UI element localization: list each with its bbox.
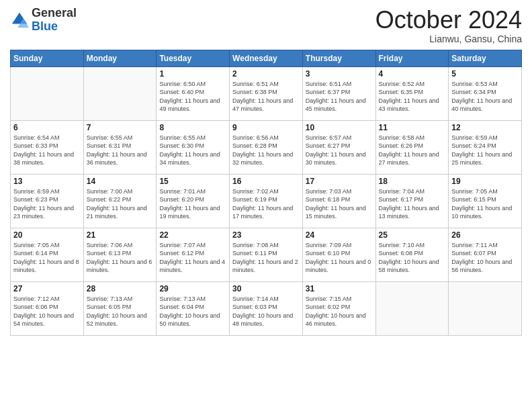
calendar-cell: 16Sunrise: 7:02 AM Sunset: 6:19 PM Dayli…: [230, 174, 303, 228]
calendar-cell: [375, 281, 449, 335]
calendar-cell: [11, 66, 84, 120]
day-number: 20: [13, 230, 81, 240]
day-info: Sunrise: 6:59 AM Sunset: 6:24 PM Dayligh…: [451, 134, 519, 167]
day-info: Sunrise: 7:10 AM Sunset: 6:08 PM Dayligh…: [379, 241, 446, 275]
calendar-cell: 7Sunrise: 6:55 AM Sunset: 6:31 PM Daylig…: [83, 120, 157, 174]
day-number: 11: [379, 123, 446, 132]
day-number: 21: [87, 230, 154, 240]
day-number: 8: [159, 123, 226, 132]
calendar-cell: 23Sunrise: 7:08 AM Sunset: 6:11 PM Dayli…: [230, 228, 303, 281]
day-number: 7: [87, 123, 154, 132]
day-info: Sunrise: 6:55 AM Sunset: 6:31 PM Dayligh…: [87, 134, 154, 167]
day-info: Sunrise: 7:12 AM Sunset: 6:06 PM Dayligh…: [13, 295, 81, 328]
calendar-cell: 17Sunrise: 7:03 AM Sunset: 6:18 PM Dayli…: [302, 174, 375, 228]
day-number: 23: [232, 230, 300, 240]
calendar-cell: 26Sunrise: 7:11 AM Sunset: 6:07 PM Dayli…: [449, 228, 522, 281]
calendar-table: SundayMondayTuesdayWednesdayThursdayFrid…: [10, 50, 522, 336]
calendar-cell: 6Sunrise: 6:54 AM Sunset: 6:33 PM Daylig…: [11, 120, 84, 174]
calendar-cell: [83, 66, 157, 120]
day-info: Sunrise: 7:13 AM Sunset: 6:04 PM Dayligh…: [159, 295, 226, 328]
calendar-cell: 24Sunrise: 7:09 AM Sunset: 6:10 PM Dayli…: [302, 228, 375, 281]
day-number: 17: [306, 177, 373, 186]
week-row-3: 13Sunrise: 6:59 AM Sunset: 6:23 PM Dayli…: [11, 174, 522, 228]
day-number: 4: [379, 69, 446, 79]
day-number: 13: [13, 177, 81, 186]
calendar-cell: 8Sunrise: 6:55 AM Sunset: 6:30 PM Daylig…: [157, 120, 230, 174]
day-number: 9: [232, 123, 300, 132]
day-info: Sunrise: 7:13 AM Sunset: 6:05 PM Dayligh…: [87, 295, 154, 328]
calendar-cell: 18Sunrise: 7:04 AM Sunset: 6:17 PM Dayli…: [375, 174, 449, 228]
day-info: Sunrise: 6:53 AM Sunset: 6:34 PM Dayligh…: [451, 80, 519, 113]
calendar-cell: 9Sunrise: 6:56 AM Sunset: 6:28 PM Daylig…: [230, 120, 303, 174]
day-number: 15: [159, 177, 226, 186]
day-info: Sunrise: 6:56 AM Sunset: 6:28 PM Dayligh…: [232, 134, 300, 167]
day-info: Sunrise: 6:50 AM Sunset: 6:40 PM Dayligh…: [159, 80, 226, 113]
day-info: Sunrise: 6:52 AM Sunset: 6:35 PM Dayligh…: [379, 80, 446, 113]
calendar-cell: 20Sunrise: 7:05 AM Sunset: 6:14 PM Dayli…: [11, 228, 84, 281]
day-number: 5: [451, 69, 519, 79]
day-info: Sunrise: 7:00 AM Sunset: 6:22 PM Dayligh…: [87, 187, 154, 221]
calendar-cell: 19Sunrise: 7:05 AM Sunset: 6:15 PM Dayli…: [449, 174, 522, 228]
day-info: Sunrise: 7:07 AM Sunset: 6:12 PM Dayligh…: [159, 241, 226, 275]
day-info: Sunrise: 7:06 AM Sunset: 6:13 PM Dayligh…: [87, 241, 154, 275]
calendar-cell: 10Sunrise: 6:57 AM Sunset: 6:27 PM Dayli…: [302, 120, 375, 174]
day-info: Sunrise: 6:58 AM Sunset: 6:26 PM Dayligh…: [379, 134, 446, 167]
calendar-cell: 31Sunrise: 7:15 AM Sunset: 6:02 PM Dayli…: [302, 281, 375, 335]
day-info: Sunrise: 7:01 AM Sunset: 6:20 PM Dayligh…: [159, 187, 226, 221]
calendar-cell: 12Sunrise: 6:59 AM Sunset: 6:24 PM Dayli…: [449, 120, 522, 174]
calendar-cell: 11Sunrise: 6:58 AM Sunset: 6:26 PM Dayli…: [375, 120, 449, 174]
calendar-cell: 21Sunrise: 7:06 AM Sunset: 6:13 PM Dayli…: [83, 228, 157, 281]
calendar-cell: 3Sunrise: 6:51 AM Sunset: 6:37 PM Daylig…: [302, 66, 375, 120]
day-number: 12: [451, 123, 519, 132]
calendar-cell: 25Sunrise: 7:10 AM Sunset: 6:08 PM Dayli…: [375, 228, 449, 281]
day-info: Sunrise: 7:11 AM Sunset: 6:07 PM Dayligh…: [451, 241, 519, 275]
day-number: 28: [87, 284, 154, 293]
calendar-cell: 14Sunrise: 7:00 AM Sunset: 6:22 PM Dayli…: [83, 174, 157, 228]
day-info: Sunrise: 7:05 AM Sunset: 6:15 PM Dayligh…: [451, 187, 519, 221]
calendar-cell: 1Sunrise: 6:50 AM Sunset: 6:40 PM Daylig…: [157, 66, 230, 120]
day-number: 14: [87, 177, 154, 186]
day-header-sunday: Sunday: [11, 50, 84, 66]
day-number: 26: [451, 230, 519, 240]
location: Lianwu, Gansu, China: [375, 34, 522, 44]
day-number: 16: [232, 177, 300, 186]
calendar-cell: 2Sunrise: 6:51 AM Sunset: 6:38 PM Daylig…: [230, 66, 303, 120]
day-number: 18: [379, 177, 446, 186]
day-info: Sunrise: 7:08 AM Sunset: 6:11 PM Dayligh…: [232, 241, 300, 275]
day-info: Sunrise: 6:55 AM Sunset: 6:30 PM Dayligh…: [159, 134, 226, 167]
day-number: 3: [306, 69, 373, 79]
day-number: 25: [379, 230, 446, 240]
logo: General Blue: [10, 7, 77, 34]
day-info: Sunrise: 7:03 AM Sunset: 6:18 PM Dayligh…: [306, 187, 373, 221]
calendar-header-row: SundayMondayTuesdayWednesdayThursdayFrid…: [11, 50, 522, 66]
day-header-friday: Friday: [375, 50, 449, 66]
day-info: Sunrise: 6:51 AM Sunset: 6:37 PM Dayligh…: [306, 80, 373, 113]
week-row-4: 20Sunrise: 7:05 AM Sunset: 6:14 PM Dayli…: [11, 228, 522, 281]
calendar-cell: 4Sunrise: 6:52 AM Sunset: 6:35 PM Daylig…: [375, 66, 449, 120]
logo-text: General Blue: [32, 7, 77, 34]
day-number: 19: [451, 177, 519, 186]
day-number: 2: [232, 69, 300, 79]
day-header-saturday: Saturday: [449, 50, 522, 66]
day-info: Sunrise: 7:15 AM Sunset: 6:02 PM Dayligh…: [306, 295, 373, 328]
calendar-cell: 27Sunrise: 7:12 AM Sunset: 6:06 PM Dayli…: [11, 281, 84, 335]
day-info: Sunrise: 6:57 AM Sunset: 6:27 PM Dayligh…: [306, 134, 373, 167]
week-row-2: 6Sunrise: 6:54 AM Sunset: 6:33 PM Daylig…: [11, 120, 522, 174]
day-number: 10: [306, 123, 373, 132]
calendar-cell: 5Sunrise: 6:53 AM Sunset: 6:34 PM Daylig…: [449, 66, 522, 120]
calendar-cell: 28Sunrise: 7:13 AM Sunset: 6:05 PM Dayli…: [83, 281, 157, 335]
day-header-thursday: Thursday: [302, 50, 375, 66]
day-info: Sunrise: 6:54 AM Sunset: 6:33 PM Dayligh…: [13, 134, 81, 167]
day-number: 24: [306, 230, 373, 240]
day-number: 31: [306, 284, 373, 293]
month-title: October 2024: [375, 7, 522, 34]
title-block: October 2024 Lianwu, Gansu, China: [375, 7, 522, 44]
day-info: Sunrise: 6:51 AM Sunset: 6:38 PM Dayligh…: [232, 80, 300, 113]
calendar-cell: [449, 281, 522, 335]
day-number: 1: [159, 69, 226, 79]
calendar-cell: 13Sunrise: 6:59 AM Sunset: 6:23 PM Dayli…: [11, 174, 84, 228]
header: General Blue October 2024 Lianwu, Gansu,…: [10, 7, 522, 44]
day-header-wednesday: Wednesday: [230, 50, 303, 66]
calendar-cell: 22Sunrise: 7:07 AM Sunset: 6:12 PM Dayli…: [157, 228, 230, 281]
calendar-cell: 30Sunrise: 7:14 AM Sunset: 6:03 PM Dayli…: [230, 281, 303, 335]
